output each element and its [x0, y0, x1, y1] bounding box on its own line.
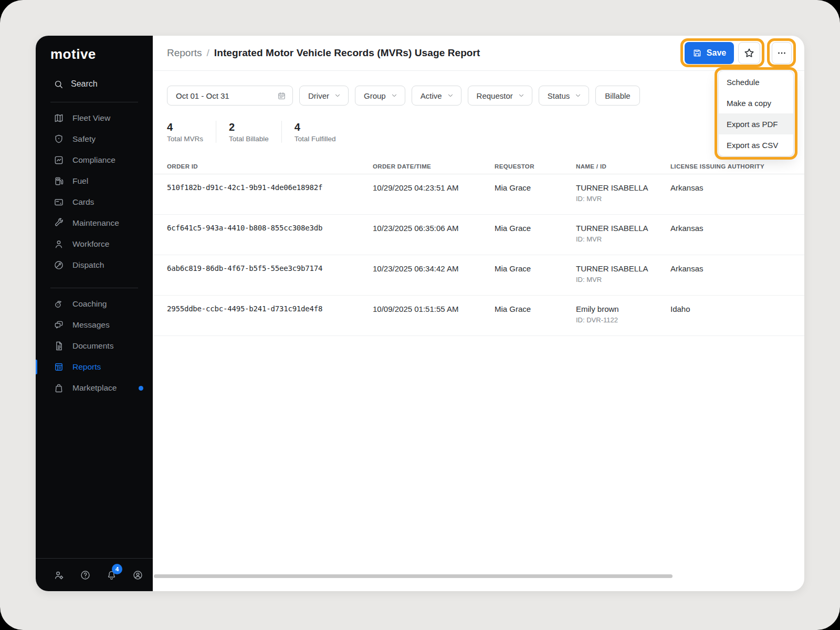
- sidebar-primary-nav: Fleet ViewSafetyComplianceFuelCardsMaint…: [36, 108, 153, 276]
- help-icon: [80, 570, 91, 581]
- sidebar-secondary-nav: CoachingMessagesDocumentsReportsMarketpl…: [36, 293, 153, 398]
- admin-user-gear-icon: [54, 570, 65, 581]
- cell-requestor: Mia Grace: [495, 304, 576, 335]
- sidebar-item-label: Marketplace: [72, 383, 117, 393]
- cell-name: TURNER ISABELLA: [576, 264, 670, 273]
- sidebar-item-label: Documents: [72, 341, 113, 351]
- sidebar-item-label: Reports: [72, 362, 101, 372]
- sidebar-item-reports[interactable]: Reports: [36, 356, 153, 377]
- menu-item-export-as-csv[interactable]: Export as CSV: [719, 134, 793, 155]
- filter-dropdown-group[interactable]: Group: [355, 86, 405, 106]
- admin-user-gear-button[interactable]: [54, 570, 65, 581]
- cell-requestor: Mia Grace: [495, 183, 576, 214]
- horizontal-scrollbar[interactable]: [154, 574, 673, 578]
- sidebar-item-documents[interactable]: Documents: [36, 335, 153, 356]
- filter-label: Active: [421, 91, 442, 100]
- date-range-filter[interactable]: Oct 01 - Oct 31: [167, 86, 293, 106]
- bell-button[interactable]: 4: [106, 570, 117, 581]
- sidebar-item-label: Fleet View: [72, 113, 110, 123]
- sidebar-item-label: Coaching: [72, 299, 107, 309]
- ellipsis-icon: [776, 47, 788, 59]
- more-options-button[interactable]: [772, 42, 792, 64]
- sidebar-item-workforce[interactable]: Workforce: [36, 234, 153, 255]
- cell-name: TURNER ISABELLA: [576, 183, 670, 192]
- cell-id: ID: MVR: [576, 235, 670, 243]
- sidebar-item-label: Messages: [72, 320, 110, 330]
- document-icon: [54, 341, 64, 351]
- cell-id: ID: MVR: [576, 195, 670, 203]
- app-window: motive Search Fleet ViewSafetyCompliance…: [36, 36, 804, 591]
- cell-requestor: Mia Grace: [495, 224, 576, 255]
- page-title: Integrated Motor Vehicle Records (MVRs) …: [214, 47, 480, 59]
- new-badge-dot: [139, 386, 143, 391]
- map-icon: [54, 113, 64, 123]
- chevron-down-icon: [518, 92, 525, 99]
- cell-order-id: 2955ddbe-ccbc-4495-b241-d731c91de4f8: [167, 304, 373, 335]
- cell-id: ID: DVR-1122: [576, 316, 670, 324]
- star-icon: [743, 47, 755, 59]
- sidebar-item-dispatch[interactable]: Dispatch: [36, 255, 153, 276]
- sidebar-item-label: Maintenance: [72, 218, 119, 228]
- sidebar-footer: 4: [36, 558, 153, 591]
- table-row[interactable]: 510f182b-d91c-42c1-9b91-4de06e18982f10/2…: [153, 174, 804, 215]
- screenshot-frame: motive Search Fleet ViewSafetyCompliance…: [0, 0, 840, 630]
- table-row[interactable]: 6ab6c819-86db-4f67-b5f5-55ee3c9b717410/2…: [153, 255, 804, 296]
- cell-id: ID: MVR: [576, 276, 670, 284]
- table-row[interactable]: 6cf641c5-943a-4410-b808-855cc308e3db10/2…: [153, 215, 804, 255]
- stat-total-billable: 2Total Billable: [216, 121, 281, 143]
- stat-label: Total Billable: [229, 135, 269, 143]
- sidebar-item-marketplace[interactable]: Marketplace: [36, 377, 153, 398]
- sidebar-item-safety[interactable]: Safety: [36, 129, 153, 150]
- cell-name-id: Emily brownID: DVR-1122: [576, 304, 670, 335]
- help-button[interactable]: [80, 570, 91, 581]
- sidebar-item-maintenance[interactable]: Maintenance: [36, 213, 153, 234]
- column-header[interactable]: REQUESTOR: [495, 163, 576, 170]
- menu-item-make-a-copy[interactable]: Make a copy: [719, 92, 793, 113]
- breadcrumb[interactable]: Reports: [167, 47, 202, 59]
- filter-dropdown-driver[interactable]: Driver: [299, 86, 349, 106]
- column-header[interactable]: NAME / ID: [576, 163, 670, 170]
- column-header[interactable]: ORDER ID: [167, 163, 373, 170]
- whistle-icon: [54, 299, 64, 309]
- column-header[interactable]: ORDER DATE/TIME: [373, 163, 495, 170]
- sidebar: motive Search Fleet ViewSafetyCompliance…: [36, 36, 153, 591]
- sidebar-item-coaching[interactable]: Coaching: [36, 293, 153, 314]
- sidebar-item-label: Workforce: [72, 239, 109, 249]
- table-row[interactable]: 2955ddbe-ccbc-4495-b241-d731c91de4f810/0…: [153, 296, 804, 336]
- content-area: Reports / Integrated Motor Vehicle Recor…: [153, 36, 804, 591]
- sidebar-item-cards[interactable]: Cards: [36, 192, 153, 213]
- credit-card-icon: [54, 197, 64, 207]
- breadcrumb-separator: /: [207, 47, 209, 59]
- save-button[interactable]: Save: [685, 42, 734, 64]
- summary-stats: 4Total MVRs2Total Billable4Total Fulfill…: [167, 121, 349, 143]
- cell-order-datetime: 10/23/2025 06:34:42 AM: [373, 264, 495, 295]
- cell-order-datetime: 10/09/2025 01:51:55 AM: [373, 304, 495, 335]
- chevron-down-icon: [574, 92, 582, 99]
- cell-order-datetime: 10/29/2025 04:23:51 AM: [373, 183, 495, 214]
- filter-label: Group: [364, 91, 386, 100]
- sidebar-item-fuel[interactable]: Fuel: [36, 171, 153, 192]
- filter-dropdown-active[interactable]: Active: [412, 86, 461, 106]
- account-icon: [132, 570, 143, 581]
- filter-dropdown-status[interactable]: Status: [539, 86, 590, 106]
- sidebar-item-compliance[interactable]: Compliance: [36, 150, 153, 171]
- column-header[interactable]: LICENSE ISSUING AUTHORITY: [670, 163, 790, 170]
- menu-item-schedule[interactable]: Schedule: [719, 71, 793, 92]
- sidebar-search[interactable]: Search: [36, 74, 153, 94]
- filter-button-billable[interactable]: Billable: [595, 86, 639, 106]
- filter-label: Driver: [308, 91, 329, 100]
- account-button[interactable]: [132, 570, 143, 581]
- search-label: Search: [71, 79, 98, 89]
- calendar-icon: [277, 91, 286, 100]
- sidebar-item-fleet-view[interactable]: Fleet View: [36, 108, 153, 129]
- sidebar-item-messages[interactable]: Messages: [36, 314, 153, 335]
- stat-value: 4: [295, 121, 336, 133]
- filter-dropdown-requestor[interactable]: Requestor: [468, 86, 532, 106]
- favorite-star-button[interactable]: [738, 42, 760, 64]
- cell-license-authority: Idaho: [670, 304, 790, 335]
- menu-item-export-as-pdf[interactable]: Export as PDF: [719, 113, 793, 134]
- save-floppy-icon: [692, 48, 702, 58]
- sidebar-divider: [50, 102, 138, 102]
- chevron-down-icon: [334, 92, 341, 99]
- cell-name-id: TURNER ISABELLAID: MVR: [576, 224, 670, 255]
